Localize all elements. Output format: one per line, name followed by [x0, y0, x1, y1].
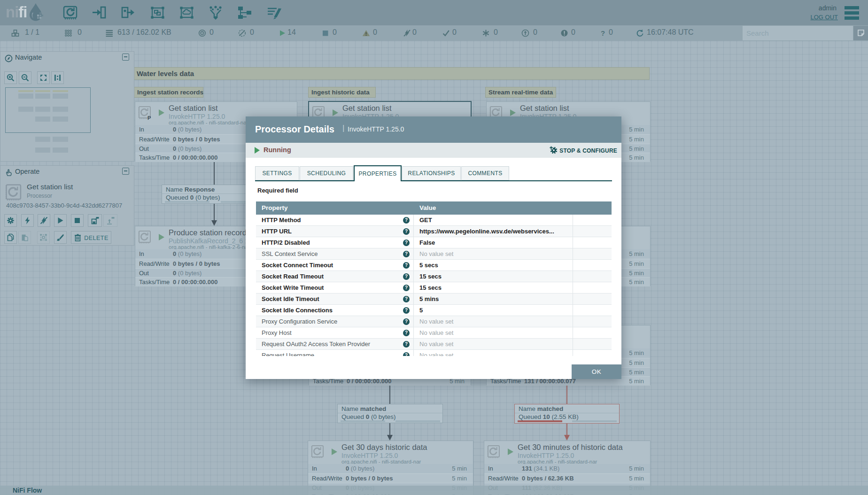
nifi-drop-icon	[28, 2, 44, 22]
help-icon[interactable]: ?	[403, 262, 410, 269]
enable-button[interactable]	[21, 214, 34, 227]
toolbar-output-port-icon[interactable]	[121, 5, 137, 20]
status-count: 0	[571, 28, 575, 37]
collapse-navigate-button[interactable]	[122, 54, 129, 61]
status-count: 1 / 1	[25, 28, 39, 37]
search-input[interactable]	[743, 26, 853, 40]
toolbar-process-group-icon[interactable]	[150, 5, 166, 20]
help-icon[interactable]: ?	[403, 307, 410, 314]
bulletin-board-button[interactable]	[853, 26, 868, 40]
property-name-cell: Socket Write Timeout?	[256, 282, 414, 293]
minimap-component	[18, 107, 33, 112]
help-icon[interactable]: ?	[403, 285, 410, 291]
toolbar-remote-process-group-icon[interactable]	[179, 5, 195, 20]
primary-node-badge: P	[147, 115, 151, 121]
help-icon[interactable]: ?	[403, 352, 410, 356]
tab-relationships[interactable]: RELATIONSHIPS	[402, 166, 461, 180]
help-icon[interactable]: ?	[403, 251, 410, 257]
global-menu-button[interactable]	[845, 6, 859, 20]
toolbar-funnel-icon[interactable]	[208, 5, 224, 20]
ok-button[interactable]: OK	[572, 364, 621, 379]
paste-button[interactable]	[18, 231, 31, 244]
create-template-icon	[91, 217, 99, 224]
help-icon[interactable]: ?	[403, 273, 410, 280]
help-icon[interactable]: ?	[403, 217, 410, 224]
zoom-actual-size-button[interactable]	[51, 71, 64, 84]
help-icon[interactable]: ?	[403, 296, 410, 302]
help-icon[interactable]: ?	[403, 341, 410, 348]
selected-component-id[interactable]: 408c9703-8457-33b0-9c4d-432dd6277807	[6, 202, 122, 209]
help-icon[interactable]: ?	[403, 330, 410, 336]
stat-period: 5 min	[629, 278, 644, 286]
stat-label: In	[139, 126, 144, 133]
stat-value-detail: (0 bytes)	[178, 145, 202, 152]
running-icon	[278, 29, 286, 37]
cluster-icon	[11, 29, 19, 37]
navigate-panel: Navigate	[0, 51, 134, 162]
zoom-fit-button[interactable]	[37, 71, 50, 84]
hand-icon	[5, 169, 13, 177]
zoom-in-button[interactable]	[4, 71, 17, 84]
connection-label[interactable]: Name matched Queued 0 (0 bytes)	[337, 404, 443, 423]
start-button[interactable]	[54, 214, 67, 227]
stat-value: 0 bytes / 62.36 KB	[522, 475, 574, 482]
property-name: Socket Read Timeout	[262, 273, 324, 280]
hamburger-bar-icon	[845, 16, 859, 20]
canvas-label-group-1[interactable]: Ingest historic data	[308, 87, 376, 98]
create-template-button[interactable]	[88, 214, 102, 227]
minimap-component	[18, 93, 33, 99]
property-extra-cell	[573, 316, 612, 327]
stat-value-detail: (0 bytes)	[178, 250, 202, 257]
copy-button[interactable]	[4, 231, 17, 244]
processor-icon	[487, 445, 501, 461]
invalid-icon	[362, 29, 370, 37]
help-icon[interactable]: ?	[403, 240, 410, 246]
tab-comments[interactable]: COMMENTS	[461, 166, 509, 180]
fill-color-button[interactable]	[54, 231, 67, 244]
paste-icon	[21, 233, 29, 241]
stop-and-configure-button[interactable]: STOP & CONFIGURE	[550, 146, 617, 155]
zoom-out-button[interactable]	[19, 71, 31, 84]
tab-scheduling[interactable]: SCHEDULING	[300, 166, 353, 180]
configure-button[interactable]	[4, 214, 17, 227]
zoom-actual-size-icon	[54, 74, 62, 82]
dialog-title: Processor Details	[255, 124, 334, 135]
running-status-icon	[255, 147, 260, 154]
property-value: No value set	[414, 248, 573, 259]
toolbar-processor-icon[interactable]	[62, 5, 78, 20]
trash-icon	[74, 233, 82, 241]
toolbar-input-port-icon[interactable]	[92, 5, 108, 20]
delete-button[interactable]: DELETE	[71, 231, 111, 244]
connection-name-label: Name	[519, 405, 535, 412]
collapse-operate-button[interactable]	[122, 168, 129, 175]
backpressure-object-bar	[341, 420, 385, 422]
stat-value-group: 0 bytes / 0 bytes	[346, 475, 393, 482]
birdseye-minimap[interactable]	[0, 87, 134, 161]
help-icon[interactable]: ?	[403, 228, 410, 235]
toolbar-label-icon[interactable]	[266, 5, 282, 20]
status-count: 0	[373, 28, 377, 37]
selected-component-name: Get station list	[27, 183, 73, 191]
group-button[interactable]	[37, 231, 50, 244]
canvas-label-water-levels[interactable]: Water levels data	[133, 67, 650, 80]
tab-properties[interactable]: PROPERTIES	[354, 165, 402, 181]
property-name-cell: Request OAuth2 Access Token Provider?	[256, 339, 414, 349]
stat-period: 5 min	[629, 369, 644, 376]
connection-queued-label: Queued	[519, 413, 541, 420]
toolbar-template-icon[interactable]	[237, 5, 253, 20]
help-icon[interactable]: ?	[403, 318, 410, 325]
upload-template-button[interactable]	[103, 214, 117, 227]
disable-button[interactable]	[38, 214, 50, 227]
processor-name: Get station list	[169, 104, 218, 113]
stop-button[interactable]	[71, 214, 84, 227]
canvas-label-group-0[interactable]: Ingest station records	[134, 87, 203, 98]
tab-settings[interactable]: SETTINGS	[255, 166, 299, 180]
stat-label: Tasks/Time	[139, 278, 170, 286]
stat-value: 131	[522, 465, 532, 472]
breadcrumb-root[interactable]: NiFi Flow	[13, 487, 42, 494]
connection-label[interactable]: Name matched Queued 10 (2.55 KB)	[514, 404, 620, 424]
minimap-component	[35, 107, 50, 112]
canvas-label-group-2[interactable]: Stream real-time data	[485, 87, 556, 98]
logout-link[interactable]: LOG OUT	[810, 14, 838, 21]
refresh-icon[interactable]	[636, 29, 644, 37]
